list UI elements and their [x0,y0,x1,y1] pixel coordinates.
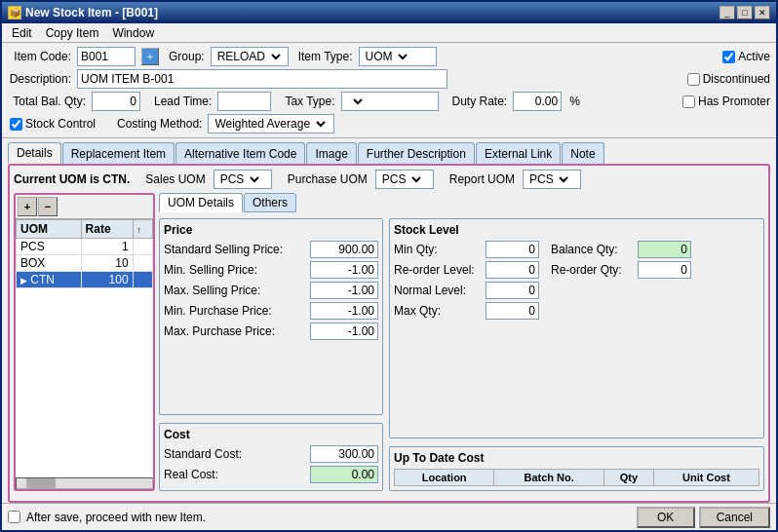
cost-title: Cost [164,428,378,441]
stock-row: Max Qty: [394,302,759,320]
price-row-input[interactable] [310,261,378,279]
stock-level-section: Stock Level Min Qty: Balance Qty: Re-ord… [389,218,764,438]
tab-details[interactable]: Details [8,142,61,164]
purchase-uom-label: Purchase UOM [288,172,368,186]
stock-control-label[interactable]: Stock Control [10,117,96,131]
form-toolbar: Item Code: + Group: RELOAD Item Type: UO… [2,43,776,138]
tab-image[interactable]: Image [306,142,356,164]
price-row-label: Min. Selling Price: [164,263,257,277]
rate-cell: 10 [81,255,133,272]
tab-content-details: Current UOM is CTN. Sales UOM PCS Purcha… [8,164,770,503]
sort-col-header: ↑ [133,220,152,239]
stock-row: Re-order Level: Re-order Qty: [394,261,759,279]
rate-cell: 100 [81,272,133,288]
close-button[interactable]: ✕ [755,6,770,19]
save-proceed-checkbox[interactable] [8,511,20,523]
uom-header: Current UOM is CTN. Sales UOM PCS Purcha… [14,170,764,189]
stock-input[interactable] [638,241,691,258]
minimize-button[interactable]: _ [720,6,735,19]
details-sub-content: Price Standard Selling Price: Min. Selli… [159,218,764,491]
sub-tab-others[interactable]: Others [244,193,296,212]
stock-input[interactable] [638,261,691,279]
lead-time-input[interactable] [217,92,271,111]
sales-uom-select[interactable]: PCS [214,171,262,188]
uom-table-row[interactable]: PCS 1 [17,239,153,255]
price-row-label: Standard Selling Price: [164,243,283,256]
item-type-select[interactable]: UOM [360,48,410,65]
tax-type-select[interactable] [342,93,366,110]
report-uom-select[interactable]: PCS [524,171,571,188]
uptodate-cost-section: Up To Date Cost LocationBatch No.QtyUnit… [389,446,764,491]
uom-cell: BOX [17,255,82,272]
uom-scrollbar-h[interactable] [16,477,153,489]
purchase-uom-select[interactable]: PCS [376,171,424,188]
cancel-button[interactable]: Cancel [699,507,770,528]
cost-row-input[interactable] [310,466,378,483]
uptodate-title: Up To Date Cost [394,451,759,465]
description-label: Description: [8,72,71,86]
remove-uom-button[interactable]: − [38,197,58,216]
uom-scroll-thumb[interactable] [26,478,56,488]
uom-table-row[interactable]: ▶ CTN 100 [17,272,153,288]
ok-button[interactable]: OK [637,507,695,528]
stock-level-title: Stock Level [394,223,759,237]
item-code-input[interactable] [77,47,136,66]
stock-label: Max Qty: [394,304,482,318]
stock-label: Re-order Qty: [551,263,634,277]
maximize-button[interactable]: □ [737,6,753,19]
uom-col-header: UOM [17,220,82,239]
costing-method-select[interactable]: Weighted Average [209,115,329,133]
stock-label: Normal Level: [394,284,482,297]
stock-input[interactable] [486,261,539,279]
current-uom-label: Current UOM is CTN. [14,172,130,186]
price-row-input[interactable] [310,302,378,320]
item-code-plus-button[interactable]: + [141,48,159,65]
tab-external-link[interactable]: External Link [476,142,561,164]
cost-row-input[interactable] [310,445,378,463]
group-label: Group: [169,50,205,63]
bottom-bar: After save, proceed with new Item. OK Ca… [2,503,776,530]
stock-control-checkbox[interactable] [10,118,22,131]
menu-edit[interactable]: Edit [6,25,38,41]
price-row: Standard Selling Price: [164,241,378,258]
discontinued-checkbox[interactable] [687,73,700,86]
has-promoter-checkbox-label[interactable]: Has Promoter [682,95,770,108]
description-input[interactable] [77,69,447,89]
has-promoter-checkbox[interactable] [682,95,695,108]
sort-cell [133,255,152,272]
tab-further-description[interactable]: Further Description [358,142,475,164]
uptodate-col-header: Qty [603,470,653,486]
active-label: Active [738,50,770,63]
stock-input[interactable] [486,282,539,299]
costing-method-label: Costing Method: [117,117,202,131]
active-checkbox-label[interactable]: Active [722,50,770,63]
cost-row-label: Standard Cost: [164,447,242,461]
title-bar: 📦 New Stock Item - [B001] _ □ ✕ [2,2,776,23]
sub-tab-uom-details[interactable]: UOM Details [159,193,243,212]
has-promoter-label: Has Promoter [698,95,770,108]
tab-replacement-item[interactable]: Replacement Item [62,142,175,164]
price-row-input[interactable] [310,241,378,258]
window-title: New Stock Item - [B001] [25,6,158,19]
report-uom-label: Report UOM [449,172,515,186]
price-row-input[interactable] [310,282,378,299]
price-row-input[interactable] [310,323,378,340]
stock-input[interactable] [486,241,539,258]
tab-alternative-item-code[interactable]: Alternative Item Code [175,142,305,164]
cost-row: Standard Cost: [164,445,378,463]
active-checkbox[interactable] [722,51,735,63]
tab-note[interactable]: Note [562,142,603,164]
discontinued-checkbox-label[interactable]: Discontinued [687,72,770,86]
sort-cell [133,272,152,288]
duty-rate-input[interactable] [513,92,562,111]
group-select[interactable]: RELOAD [212,48,284,65]
stock-input[interactable] [486,302,539,320]
total-bal-input[interactable] [92,92,140,111]
uptodate-col-header: Batch No. [494,470,604,486]
details-main-area: + − UOM Rate ↑ PCS 1 [14,193,764,491]
add-uom-button[interactable]: + [18,197,37,216]
menu-window[interactable]: Window [106,25,160,41]
menu-copy-item[interactable]: Copy Item [40,25,105,41]
stock-row: Normal Level: [394,282,759,299]
uom-table-row[interactable]: BOX 10 [17,255,153,272]
